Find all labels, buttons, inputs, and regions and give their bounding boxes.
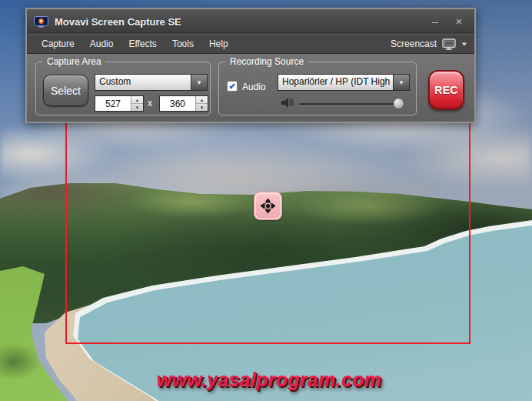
watermark-text: www.yasalprogram.com (131, 369, 407, 391)
height-input[interactable] (160, 96, 195, 111)
screencast-button[interactable]: Screencast ▼ (391, 38, 467, 50)
width-spinner: ▲ ▼ (131, 96, 143, 111)
volume-slider[interactable] (299, 103, 404, 105)
menu-audio[interactable]: Audio (82, 38, 121, 50)
dropdown-arrow-icon[interactable]: ▼ (393, 75, 409, 90)
audio-device-dropdown[interactable]: Hoparlörler / HP (IDT High De ▼ (278, 74, 410, 91)
recording-source-group: Recording Source ✔ Audio Hoparlörler / H… (218, 62, 417, 115)
preset-dropdown[interactable]: Custom ▼ (95, 74, 208, 91)
audio-checkbox[interactable]: ✔ (227, 81, 238, 92)
move-icon (259, 197, 277, 215)
audio-device-value: Hoparlörler / HP (IDT High De (278, 75, 393, 90)
monitor-icon (442, 38, 456, 50)
menu-effects[interactable]: Effects (121, 38, 164, 50)
capture-area-group: Capture Area Select Custom ▼ ▲ ▼ x (35, 62, 211, 115)
app-window: Movavi Screen Capture SE – × Capture Aud… (25, 8, 476, 123)
window-controls: – × (427, 14, 467, 29)
width-field: ▲ ▼ (95, 95, 144, 112)
dropdown-arrow-icon[interactable]: ▼ (191, 75, 207, 90)
desktop: www.yasalprogram.com Movavi Screen Captu… (0, 0, 532, 401)
screencast-label: Screencast (391, 38, 437, 49)
recording-source-legend: Recording Source (226, 56, 308, 68)
close-button[interactable]: × (451, 14, 467, 29)
width-input[interactable] (95, 96, 131, 111)
spinner-down-icon[interactable]: ▼ (196, 103, 208, 111)
speaker-icon[interactable] (280, 96, 294, 109)
chevron-down-icon: ▼ (461, 41, 468, 48)
height-spinner: ▲ ▼ (195, 96, 208, 111)
preset-dropdown-value: Custom (95, 75, 191, 90)
capture-area-legend: Capture Area (43, 56, 105, 68)
titlebar: Movavi Screen Capture SE – × (27, 9, 474, 34)
menu-help[interactable]: Help (201, 38, 236, 50)
height-field: ▲ ▼ (159, 95, 208, 112)
minimize-button[interactable]: – (427, 14, 444, 29)
window-content: Capture Area Select Custom ▼ ▲ ▼ x (27, 54, 474, 122)
spinner-up-icon[interactable]: ▲ (196, 96, 208, 103)
menu-capture[interactable]: Capture (34, 38, 82, 50)
volume-slider-thumb[interactable] (393, 98, 404, 109)
audio-label: Audio (242, 82, 266, 92)
select-area-button[interactable]: Select (43, 75, 88, 106)
window-title: Movavi Screen Capture SE (55, 16, 181, 28)
rec-button[interactable]: REC (428, 70, 464, 110)
dimension-separator: x (148, 98, 152, 109)
spinner-down-icon[interactable]: ▼ (131, 103, 143, 111)
app-icon (34, 16, 48, 28)
spinner-up-icon[interactable]: ▲ (131, 96, 143, 103)
capture-move-handle[interactable] (254, 192, 282, 220)
menu-tools[interactable]: Tools (165, 38, 201, 50)
menubar: Capture Audio Effects Tools Help Screenc… (27, 34, 474, 54)
